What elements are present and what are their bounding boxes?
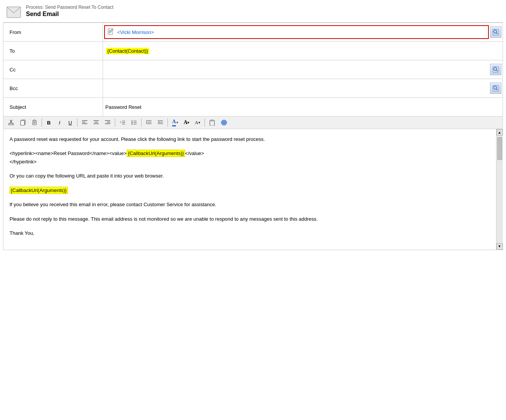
svg-text:1.: 1. (120, 121, 122, 123)
toolbar-sep-1 (42, 118, 42, 127)
cc-label: Cc (3, 67, 103, 73)
cc-field-wrap (103, 60, 503, 79)
svg-marker-53 (158, 121, 159, 123)
toolbar-sep-6 (205, 118, 205, 127)
editor-toolbar: B I U 1. A (3, 116, 503, 129)
subject-label: Subject (3, 104, 103, 110)
font-highlight-button[interactable]: A ▾ (193, 118, 202, 127)
paste-special-button[interactable] (207, 118, 217, 127)
subject-input[interactable] (103, 103, 503, 111)
ordered-list-button[interactable]: 1. (118, 118, 127, 127)
scroll-down-arrow[interactable]: ▼ (496, 243, 503, 250)
bcc-lookup-button[interactable] (490, 82, 501, 94)
bcc-field-wrap (103, 79, 503, 97)
to-label: To (3, 48, 103, 54)
from-lookup-button[interactable] (490, 26, 501, 38)
svg-rect-23 (33, 120, 35, 121)
toolbar-sep-5 (168, 118, 168, 127)
from-field-outer: <Vicki Morrison> (103, 23, 503, 41)
toolbar-sep-2 (77, 118, 77, 127)
align-center-button[interactable] (91, 118, 101, 127)
outdent-button[interactable] (155, 118, 165, 127)
email-form: From <Vicki Morrison> (3, 22, 503, 250)
svg-rect-4 (109, 32, 111, 33)
to-field-wrap[interactable]: {Contact(Contact)} (103, 42, 503, 60)
from-value: <Vicki Morrison> (117, 29, 154, 35)
svg-point-41 (132, 122, 133, 123)
from-row: From <Vicki Morrison> (3, 23, 503, 41)
copy-button[interactable] (18, 118, 28, 127)
cc-input[interactable] (103, 65, 490, 74)
email-body-text[interactable]: A password reset was requested for your … (3, 129, 503, 250)
toolbar-sep-3 (115, 118, 115, 127)
header-text: Process: Send Password Reset To Contact … (26, 5, 113, 18)
cc-row: Cc (3, 60, 503, 79)
svg-point-40 (132, 121, 133, 122)
body-para5: Please do not reply to this message. Thi… (10, 215, 495, 223)
underline-button[interactable]: U (66, 118, 75, 127)
scrollbar[interactable]: ▲ ▼ (496, 129, 503, 250)
cut-button[interactable] (6, 118, 16, 127)
email-icon (6, 5, 21, 19)
align-right-button[interactable] (103, 118, 113, 127)
svg-point-18 (9, 123, 11, 125)
svg-point-19 (12, 123, 14, 125)
process-title: Process: Send Password Reset To Contact (26, 5, 113, 10)
callback-url-token-1: {CallbackUrl(Arguments)} (127, 150, 185, 157)
scroll-up-arrow[interactable]: ▲ (496, 129, 503, 136)
toolbar-sep-4 (141, 118, 142, 127)
header: Process: Send Password Reset To Contact … (0, 0, 506, 22)
body-para1: A password reset was requested for your … (10, 135, 495, 143)
svg-marker-49 (146, 121, 147, 123)
subject-field-wrap (103, 98, 503, 116)
unordered-list-button[interactable] (129, 118, 139, 127)
body-para6: Thank You, (10, 229, 495, 237)
font-color-dropdown-arrow: ▾ (176, 121, 178, 124)
body-para2: <hyperlink><name>Reset Password</name><v… (10, 149, 495, 166)
subject-row: Subject (3, 97, 503, 116)
bold-button[interactable]: B (44, 118, 53, 127)
font-color-A: A (172, 119, 176, 126)
document-icon (107, 28, 115, 36)
insert-link-button[interactable] (219, 118, 229, 127)
indent-button[interactable] (144, 118, 154, 127)
page-title: Send Email (26, 11, 113, 18)
email-body-area: A password reset was requested for your … (3, 129, 503, 250)
svg-rect-55 (211, 120, 213, 121)
cc-lookup-button[interactable] (490, 64, 501, 75)
to-value: {Contact(Contact)} (106, 48, 149, 54)
svg-rect-3 (109, 31, 112, 32)
hyperlink-after: </value> (185, 150, 204, 156)
svg-rect-21 (21, 121, 24, 125)
italic-button[interactable]: I (55, 118, 64, 127)
font-size-button[interactable]: A ▾ (182, 118, 191, 127)
font-color-button[interactable]: A ▾ (170, 118, 180, 127)
svg-rect-2 (109, 30, 112, 31)
callback-url-token-2: {CallbackUrl(Arguments)} (10, 187, 68, 194)
body-para3: Or you can copy the following URL and pa… (10, 172, 495, 180)
scroll-thumb[interactable] (497, 137, 502, 160)
hyperlink-close: </hyperlink> (10, 159, 37, 165)
from-field-box[interactable]: <Vicki Morrison> (104, 25, 489, 39)
align-left-button[interactable] (80, 118, 90, 127)
scroll-track[interactable] (496, 136, 503, 243)
hyperlink-before: <hyperlink><name>Reset Password</name><v… (10, 150, 127, 156)
from-label: From (3, 29, 103, 35)
to-row: To {Contact(Contact)} (3, 41, 503, 60)
bcc-row: Bcc (3, 79, 503, 97)
paste-button[interactable] (29, 118, 39, 127)
bcc-label: Bcc (3, 86, 103, 91)
font-highlight-dropdown-arrow: ▾ (198, 121, 200, 124)
body-para4: If you believe you received this email i… (10, 200, 495, 208)
font-size-dropdown-arrow: ▾ (187, 121, 189, 124)
bcc-input[interactable] (103, 84, 490, 93)
svg-point-42 (132, 124, 133, 125)
body-para-callback: {CallbackUrl(Arguments)} (10, 186, 495, 194)
